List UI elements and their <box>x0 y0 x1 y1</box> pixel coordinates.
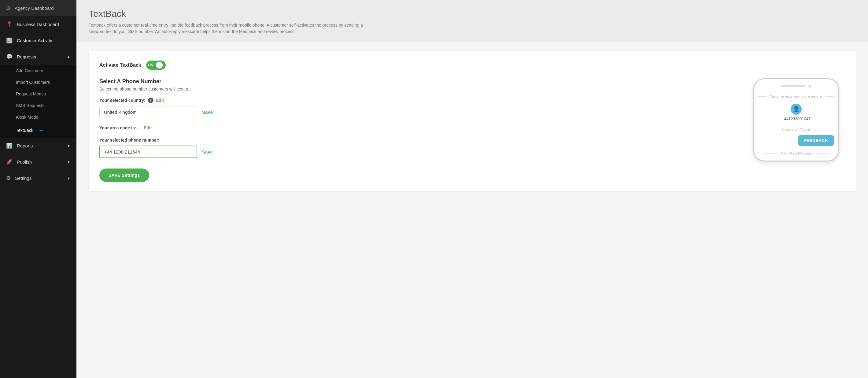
main-card: Activate TextBack ON Select A Phone Numb… <box>89 51 856 191</box>
two-column-layout: Select A Phone Number Select the phone n… <box>99 78 845 182</box>
reports-icon: 📊 <box>6 143 12 149</box>
phone-screen: Customer texts your phone number 👤 +4412… <box>754 92 838 161</box>
country-field-row: Your selected country: ? Edit United Kin… <box>99 97 468 118</box>
toggle-state-label: ON <box>148 63 153 67</box>
page-content: Activate TextBack ON Select A Phone Numb… <box>76 42 868 378</box>
sidebar-item-requests[interactable]: 💬 Requests ▲ <box>0 49 76 65</box>
phone-divider-2: Keyword(s) Texted <box>754 125 838 134</box>
page-header: TextBack Textback offers a customer real… <box>76 0 868 42</box>
phone-select[interactable]: +44 1290 211644 <box>99 146 197 158</box>
sidebar-item-reports[interactable]: 📊 Reports ▼ <box>0 138 76 154</box>
business-dashboard-icon: 📍 <box>6 21 12 28</box>
page-description: Textback offers a customer real-time ent… <box>89 22 364 35</box>
feedback-bubble: FEEDBACK <box>798 135 834 146</box>
phone-field-row: Your selected phone number: +44 1290 211… <box>99 138 468 158</box>
sidebar-item-settings[interactable]: ⚙ Settings ▼ <box>0 170 76 186</box>
phone-notch <box>754 85 838 88</box>
divider-text-3: Auto Reply Message <box>780 151 812 155</box>
sidebar-item-import-customers[interactable]: Import Customers <box>0 77 76 88</box>
requests-submenu: Add Customer Import Customers Request Mo… <box>0 65 76 138</box>
reports-chevron: ▼ <box>67 144 70 148</box>
textback-arrow: ← <box>38 126 45 134</box>
area-code-field-row: Your area code is: - Edit <box>99 125 468 130</box>
country-select[interactable]: United Kingdom <box>99 106 197 118</box>
phone-avatar-icon: 👤 <box>790 104 802 115</box>
phone-notch-dot <box>808 85 811 88</box>
save-settings-button[interactable]: SAVE Settings <box>99 169 149 182</box>
phone-label: Your selected phone number: <box>99 138 468 143</box>
activate-row: Activate TextBack ON <box>99 61 845 70</box>
area-code-edit-link[interactable]: Edit <box>144 125 152 130</box>
country-edit-link[interactable]: Edit <box>156 98 164 103</box>
publish-chevron: ▼ <box>67 160 70 164</box>
country-select-wrapper: United Kingdom Save <box>99 106 214 118</box>
form-section: Select A Phone Number Select the phone n… <box>99 78 468 182</box>
activate-label: Activate TextBack <box>99 62 141 68</box>
divider-line3-left <box>763 153 778 153</box>
agency-dashboard-icon: ⊙ <box>6 5 10 11</box>
divider-line3-right <box>814 153 830 153</box>
phone-save-button[interactable]: Save <box>201 149 214 154</box>
sidebar: ⊙ Agency Dashboard 📍 Business Dashboard … <box>0 0 76 378</box>
country-label: Your selected country: ? Edit <box>99 97 468 103</box>
divider-text-2: Keyword(s) Texted <box>782 128 810 132</box>
phone-mockup: Customer texts your phone number 👤 +4412… <box>753 78 839 162</box>
section-subtext: Select the phone number customers will t… <box>99 87 468 91</box>
phone-divider-3: Auto Reply Message <box>758 149 834 157</box>
divider-line-right <box>825 96 834 97</box>
sidebar-item-sms-requests[interactable]: SMS Requests <box>0 100 76 111</box>
section-heading: Select A Phone Number <box>99 78 468 85</box>
toggle-circle <box>156 62 163 68</box>
phone-divider-1: Customer texts your phone number <box>754 92 838 100</box>
sidebar-item-textback[interactable]: TextBack ← <box>0 123 76 138</box>
phone-notch-bar <box>781 85 805 87</box>
sidebar-item-add-customer[interactable]: Add Customer <box>0 65 76 77</box>
phone-number-text: +441233801047 <box>758 117 834 121</box>
settings-chevron: ▼ <box>67 176 70 180</box>
settings-icon: ⚙ <box>6 175 11 181</box>
activate-toggle[interactable]: ON <box>146 61 166 70</box>
main-content: TextBack Textback offers a customer real… <box>76 0 868 378</box>
publish-icon: 🚀 <box>6 159 12 165</box>
phone-bottom: Auto Reply Message <box>754 146 838 161</box>
keywords-section: FEEDBACK <box>754 134 838 138</box>
phone-mockup-container: Customer texts your phone number 👤 +4412… <box>477 78 845 162</box>
sidebar-item-publish[interactable]: 🚀 Publish ▼ <box>0 154 76 170</box>
area-code-label: Your area code is: - Edit <box>99 125 468 130</box>
phone-number-display: 👤 +441233801047 <box>754 100 838 125</box>
sidebar-item-request-modes[interactable]: Request Modes <box>0 88 76 100</box>
customer-activity-icon: 📈 <box>6 37 12 44</box>
requests-icon: 💬 <box>6 54 12 60</box>
sidebar-item-agency-dashboard[interactable]: ⊙ Agency Dashboard <box>0 0 76 16</box>
divider-text-1: Customer texts your phone number <box>770 94 823 98</box>
country-save-button[interactable]: Save <box>201 110 214 115</box>
sidebar-item-business-dashboard[interactable]: 📍 Business Dashboard <box>0 16 76 32</box>
sidebar-item-customer-activity[interactable]: 📈 Customer Activity <box>0 32 76 49</box>
requests-chevron: ▲ <box>67 55 70 59</box>
page-title: TextBack <box>89 8 856 19</box>
country-help-icon[interactable]: ? <box>148 97 153 103</box>
sidebar-item-kiosk-mode[interactable]: Kiosk Mode <box>0 111 76 123</box>
divider-line-left <box>758 96 767 97</box>
phone-select-wrapper: +44 1290 211644 Save <box>99 146 214 158</box>
